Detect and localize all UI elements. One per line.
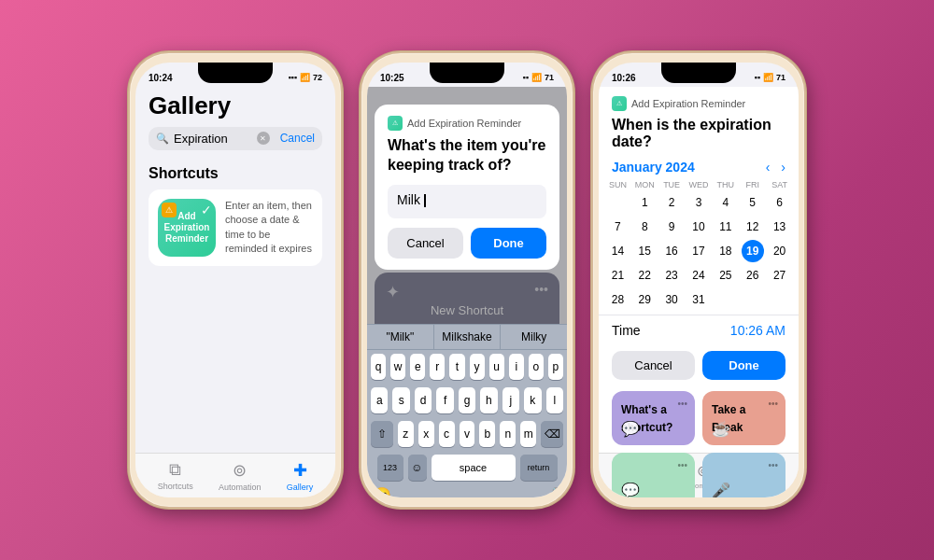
key-s[interactable]: s	[392, 387, 409, 413]
calendar-cell[interactable]: 2	[660, 191, 683, 214]
key-emoji[interactable]: ☺	[408, 455, 427, 481]
calendar-cell[interactable]: 26	[742, 264, 764, 287]
calendar-cell[interactable]: 31	[687, 288, 710, 311]
tab-shortcuts[interactable]: ⧉ Shortcuts	[158, 460, 193, 491]
key-e[interactable]: e	[410, 354, 425, 380]
suggestion-1[interactable]: Milkshake	[434, 325, 502, 349]
calendar-cell[interactable]: 13	[769, 216, 791, 238]
key-w[interactable]: w	[390, 354, 405, 380]
volume-down-button[interactable]	[591, 161, 593, 187]
key-k[interactable]: k	[524, 387, 541, 413]
key-l[interactable]: l	[546, 387, 563, 413]
shortcut-whats-a-shortcut[interactable]: ••• 💬 What's a shortcut?	[612, 391, 695, 445]
suggestion-2[interactable]: Milky	[501, 325, 567, 349]
emoji-icon[interactable]: 😊	[373, 486, 391, 497]
calendar-cell[interactable]: 21	[606, 264, 629, 287]
silent-switch[interactable]	[128, 109, 130, 128]
calendar-cell[interactable]: 24	[687, 264, 710, 287]
calendar-cell[interactable]: 28	[606, 288, 629, 311]
suggestion-0[interactable]: "Milk"	[367, 325, 434, 349]
shortcut-more-icon[interactable]: •••	[768, 460, 778, 470]
tab-automation[interactable]: ⊚ Automation	[219, 460, 262, 492]
dialog-cancel-button[interactable]: Cancel	[388, 228, 463, 259]
calendar-cell[interactable]: 11	[715, 216, 737, 238]
calendar-cell[interactable]: 30	[660, 288, 683, 311]
cal-next-button[interactable]: ›	[781, 160, 785, 175]
calendar-cell[interactable]: 15	[633, 240, 656, 262]
calendar-cell[interactable]: 25	[715, 264, 737, 287]
key-o[interactable]: o	[529, 354, 544, 380]
calendar-cell[interactable]: 9	[660, 216, 683, 238]
volume-down-button[interactable]	[360, 161, 361, 187]
key-shift[interactable]: ⇧	[371, 421, 393, 447]
key-x[interactable]: x	[418, 421, 434, 447]
calendar-cell[interactable]: 3	[687, 191, 710, 214]
search-cancel-button[interactable]: Cancel	[280, 132, 315, 145]
cal-cancel-button[interactable]: Cancel	[612, 351, 695, 380]
calendar-cell[interactable]: 1	[633, 191, 656, 214]
calendar-cell[interactable]: 17	[687, 240, 710, 262]
power-button[interactable]	[573, 137, 574, 171]
shortcut-take-a-break[interactable]: ••• ☕ Take a Break	[702, 391, 785, 445]
power-button[interactable]	[804, 137, 806, 171]
dialog-input[interactable]: Milk	[388, 185, 546, 218]
key-y[interactable]: y	[470, 354, 485, 380]
shortcut-card[interactable]: ⚠ ✓ Add Expiration Reminder Enter an ite…	[149, 189, 322, 266]
calendar-cell[interactable]: 18	[715, 240, 737, 262]
key-q[interactable]: q	[371, 354, 386, 380]
key-i[interactable]: i	[509, 354, 524, 380]
search-clear-button[interactable]: ✕	[257, 132, 270, 145]
key-j[interactable]: j	[502, 387, 519, 413]
key-h[interactable]: h	[480, 387, 497, 413]
key-m[interactable]: m	[520, 421, 536, 447]
calendar-cell[interactable]: 5	[742, 191, 764, 214]
key-p[interactable]: p	[548, 354, 563, 380]
calendar-cell[interactable]: 12	[742, 216, 764, 238]
key-r[interactable]: r	[430, 354, 445, 380]
shortcut-more-icon[interactable]: •••	[677, 460, 687, 470]
key-g[interactable]: g	[459, 387, 475, 413]
key-space[interactable]: space	[432, 455, 516, 481]
calendar-cell[interactable]: 23	[660, 264, 683, 287]
key-t[interactable]: t	[449, 354, 464, 380]
calendar-cell[interactable]: 29	[633, 288, 656, 311]
calendar-cell[interactable]: 27	[769, 264, 791, 287]
calendar-cell[interactable]: 19	[742, 240, 764, 262]
power-button[interactable]	[341, 137, 343, 171]
time-value[interactable]: 10:26 AM	[730, 323, 785, 338]
calendar-cell[interactable]: 20	[769, 240, 791, 262]
volume-up-button[interactable]	[128, 128, 130, 154]
volume-up-button[interactable]	[591, 128, 593, 154]
key-z[interactable]: z	[398, 421, 414, 447]
key-d[interactable]: d	[415, 387, 432, 413]
calendar-cell[interactable]: 6	[769, 191, 791, 214]
dialog-done-button[interactable]: Done	[471, 228, 546, 259]
calendar-cell[interactable]: 7	[606, 216, 629, 238]
search-bar[interactable]: 🔍 Expiration ✕ Cancel	[149, 127, 322, 150]
key-n[interactable]: n	[500, 421, 516, 447]
calendar-cell[interactable]: 22	[633, 264, 656, 287]
shortcut-card-3[interactable]: ••• 🎤	[702, 453, 785, 497]
volume-up-button[interactable]	[360, 128, 361, 154]
calendar-cell[interactable]: 4	[715, 191, 737, 214]
search-input[interactable]: Expiration	[174, 132, 252, 146]
calendar-cell[interactable]: 8	[633, 216, 656, 238]
key-f[interactable]: f	[436, 387, 453, 413]
mic-icon[interactable]: 🎤	[543, 486, 561, 497]
cal-prev-button[interactable]: ‹	[766, 160, 771, 175]
key-backspace[interactable]: ⌫	[541, 421, 563, 447]
tab-gallery[interactable]: ✚ Gallery	[287, 460, 314, 492]
calendar-cell[interactable]: 16	[660, 240, 683, 262]
calendar-cell[interactable]: 14	[606, 240, 629, 262]
calendar-cell[interactable]: 10	[687, 216, 710, 238]
volume-down-button[interactable]	[128, 161, 130, 187]
key-c[interactable]: c	[439, 421, 455, 447]
key-v[interactable]: v	[460, 421, 475, 447]
key-return[interactable]: return	[520, 455, 558, 481]
shortcut-card-2[interactable]: ••• 💬	[612, 453, 695, 497]
key-u[interactable]: u	[489, 354, 504, 380]
shortcut-more-icon[interactable]: •••	[677, 399, 687, 409]
key-b[interactable]: b	[479, 421, 495, 447]
key-a[interactable]: a	[371, 387, 388, 413]
shortcut-more-icon[interactable]: •••	[768, 399, 778, 409]
